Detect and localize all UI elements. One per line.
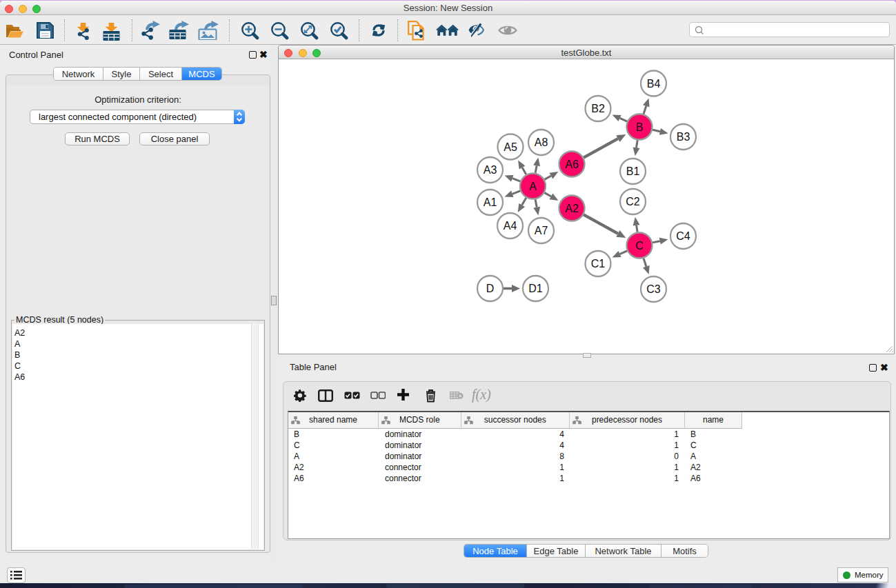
svg-text:B2: B2 xyxy=(591,103,605,114)
svg-text:A7: A7 xyxy=(535,225,548,236)
svg-text:A5: A5 xyxy=(504,141,517,153)
svg-text:A6: A6 xyxy=(565,159,579,170)
svg-text:B1: B1 xyxy=(626,165,640,177)
svg-text:A2: A2 xyxy=(565,203,579,214)
svg-text:C1: C1 xyxy=(591,258,606,270)
svg-text:D1: D1 xyxy=(528,283,543,294)
svg-text:C: C xyxy=(635,240,644,252)
svg-text:C3: C3 xyxy=(646,283,661,295)
svg-text:B: B xyxy=(636,121,644,133)
svg-text:A4: A4 xyxy=(504,220,517,232)
svg-text:A3: A3 xyxy=(484,164,497,176)
svg-text:C4: C4 xyxy=(676,230,690,242)
svg-text:A: A xyxy=(529,181,537,192)
svg-text:D: D xyxy=(486,283,495,294)
svg-text:A8: A8 xyxy=(535,136,548,148)
svg-text:B4: B4 xyxy=(647,78,661,90)
svg-text:A1: A1 xyxy=(484,196,497,208)
svg-text:C2: C2 xyxy=(626,196,640,207)
svg-text:B3: B3 xyxy=(677,131,690,143)
